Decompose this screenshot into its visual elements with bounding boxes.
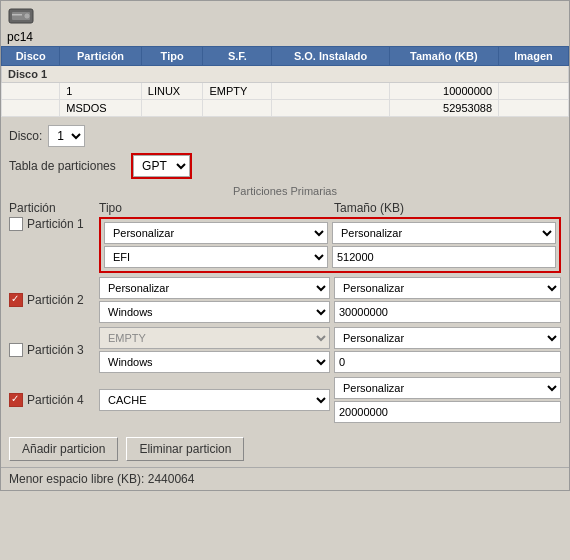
partition-1-tipo-select-1[interactable]: PersonalizarEFILINUXWindowsEMPTY <box>104 222 328 244</box>
tabla-label: Tabla de particiones <box>9 159 116 173</box>
tabla-select[interactable]: GPTMBR <box>133 155 190 177</box>
main-window: pc14 Disco Partición Tipo S.F. S.O. Inst… <box>0 0 570 491</box>
tabla-row: Tabla de particiones GPTMBR <box>9 153 561 179</box>
partition-2: Partición 2PersonalizarEFILINUXWindowsEM… <box>9 277 561 323</box>
partition-2-size-type-select[interactable]: Personalizar <box>334 277 561 299</box>
partition-3-checkbox[interactable] <box>9 343 23 357</box>
col-disco: Disco <box>2 47 60 66</box>
add-partition-button[interactable]: Añadir particion <box>9 437 118 461</box>
status-value: 2440064 <box>148 472 195 486</box>
partition-1-checkbox[interactable] <box>9 217 23 231</box>
particiones-primarias-label: Particiones Primarias <box>9 185 561 197</box>
partition-4-size-type-select[interactable]: Personalizar <box>334 377 561 399</box>
partition-4-tipo-cell: CACHEEFILINUXWindowsPersonalizarEMPTY <box>99 389 330 411</box>
partition-4-label-cell: Partición 4 <box>9 393 99 407</box>
partition-3-tipo-select-1[interactable]: EMPTYEFILINUXWindowsPersonalizar <box>99 327 330 349</box>
controls-area: Disco: 12 Tabla de particiones GPTMBR Pa… <box>1 117 569 431</box>
partition-2-label-cell: Partición 2 <box>9 293 99 307</box>
col-tamano: Tamaño (KB) <box>389 47 498 66</box>
header-particion: Partición <box>9 201 99 215</box>
partition-1-size-type-select[interactable]: Personalizar <box>332 222 556 244</box>
disco-label: Disco: <box>9 129 42 143</box>
svg-rect-3 <box>12 14 22 16</box>
partition-2-tipo-cell: PersonalizarEFILINUXWindowsEMPTYPersonal… <box>99 277 330 323</box>
table-row: MSDOS52953088 <box>2 100 569 117</box>
partition-4-size-input[interactable] <box>334 401 561 423</box>
disk1-label: Disco 1 <box>2 66 569 83</box>
disco-select[interactable]: 12 <box>48 125 85 147</box>
partition-2-tipo-select-2[interactable]: PersonalizarEFILINUXWindowsEMPTY <box>99 301 330 323</box>
partition-1-size-input[interactable] <box>332 246 556 268</box>
partition-1-label-cell: Partición 1 <box>9 217 99 231</box>
col-particion: Partición <box>60 47 142 66</box>
partition-3-size-input[interactable] <box>334 351 561 373</box>
partition-4-checkbox[interactable] <box>9 393 23 407</box>
partition-4: Partición 4CACHEEFILINUXWindowsPersonali… <box>9 377 561 423</box>
partition-4-label: Partición 4 <box>27 393 84 407</box>
header-tamano: Tamaño (KB) <box>330 201 561 215</box>
partition-3-tipo-select-2[interactable]: EMPTYEFILINUXWindowsPersonalizar <box>99 351 330 373</box>
partition-2-size-cell: Personalizar <box>330 277 561 323</box>
partition-3-label: Partición 3 <box>27 343 84 357</box>
status-label: Menor espacio libre (KB): <box>9 472 144 486</box>
table-row: 1LINUXEMPTY10000000 <box>2 83 569 100</box>
disk1-header-row: Disco 1 <box>2 66 569 83</box>
disk-table: Disco Partición Tipo S.F. S.O. Instalado… <box>1 46 569 117</box>
remove-partition-button[interactable]: Eliminar particion <box>126 437 244 461</box>
partition-2-tipo-select-1[interactable]: PersonalizarEFILINUXWindowsEMPTY <box>99 277 330 299</box>
disco-row: Disco: 12 <box>9 125 561 147</box>
partition-2-size-input[interactable] <box>334 301 561 323</box>
title-text: pc14 <box>7 30 33 44</box>
status-bar: Menor espacio libre (KB): 2440064 <box>1 467 569 490</box>
disk-icon <box>7 5 35 30</box>
partition-1-label: Partición 1 <box>27 217 84 231</box>
partitions-container: Partición 1PersonalizarEFILINUXWindowsEM… <box>9 217 561 423</box>
partition-2-checkbox[interactable] <box>9 293 23 307</box>
partition-3-tipo-cell: EMPTYEFILINUXWindowsPersonalizarEMPTYEFI… <box>99 327 330 373</box>
partition-4-tipo-select-1[interactable]: CACHEEFILINUXWindowsPersonalizarEMPTY <box>99 389 330 411</box>
partition-3-size-type-select[interactable]: Personalizar <box>334 327 561 349</box>
partition-3-label-cell: Partición 3 <box>9 343 99 357</box>
svg-point-2 <box>24 13 30 19</box>
partition-3: Partición 3EMPTYEFILINUXWindowsPersonali… <box>9 327 561 373</box>
col-tipo: Tipo <box>141 47 203 66</box>
buttons-row: Añadir particion Eliminar particion <box>1 431 569 467</box>
partition-1-highlight-wrapper: PersonalizarEFILINUXWindowsEMPTYPersonal… <box>99 217 561 273</box>
col-sf: S.F. <box>203 47 272 66</box>
partition-4-size-cell: Personalizar <box>330 377 561 423</box>
col-imagen: Imagen <box>499 47 569 66</box>
partitions-header: Partición Tipo Tamaño (KB) <box>9 201 561 215</box>
col-so: S.O. Instalado <box>272 47 389 66</box>
partition-1: Partición 1PersonalizarEFILINUXWindowsEM… <box>9 217 561 273</box>
title-bar: pc14 <box>1 1 569 46</box>
header-tipo: Tipo <box>99 201 330 215</box>
partition-2-label: Partición 2 <box>27 293 84 307</box>
partition-1-tipo-select-2[interactable]: PersonalizarEFILINUXWindowsEMPTY <box>104 246 328 268</box>
partition-3-size-cell: Personalizar <box>330 327 561 373</box>
tabla-select-wrapper: GPTMBR <box>131 153 192 179</box>
